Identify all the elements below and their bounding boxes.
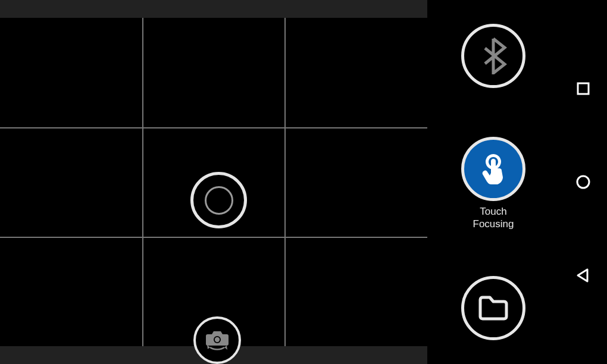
bluetooth-icon [478,37,508,74]
files-button[interactable] [461,276,525,340]
svg-rect-4 [578,83,589,94]
folder-icon [478,295,509,321]
camera-app-screen: Touch Focusing [0,0,607,364]
focus-indicator-icon [190,172,247,228]
switch-camera-icon [204,328,230,352]
touch-focusing-button[interactable] [461,137,525,201]
focus-indicator-inner-icon [205,186,233,215]
camera-controls-column: Touch Focusing [427,0,559,364]
nav-back-button[interactable] [574,266,592,284]
svg-marker-2 [224,346,227,350]
grid-line [284,18,286,346]
grid-line [0,127,427,128]
svg-point-5 [577,176,589,188]
nav-home-button[interactable] [574,173,592,191]
circle-icon [575,174,591,190]
back-triangle-icon [575,268,591,283]
grid-line [0,237,427,238]
switch-camera-button[interactable] [193,316,241,364]
square-icon [576,81,590,96]
grid-overlay [0,18,427,346]
camera-viewfinder[interactable] [0,0,427,364]
bluetooth-button[interactable] [461,24,525,88]
svg-point-1 [215,337,220,342]
svg-marker-3 [207,345,210,349]
touch-icon [477,150,510,187]
nav-recent-button[interactable] [574,80,592,98]
touch-focusing-label: Touch Focusing [427,205,559,230]
grid-line [142,18,143,346]
letterbox-top [0,0,427,18]
android-navbar [559,0,607,364]
